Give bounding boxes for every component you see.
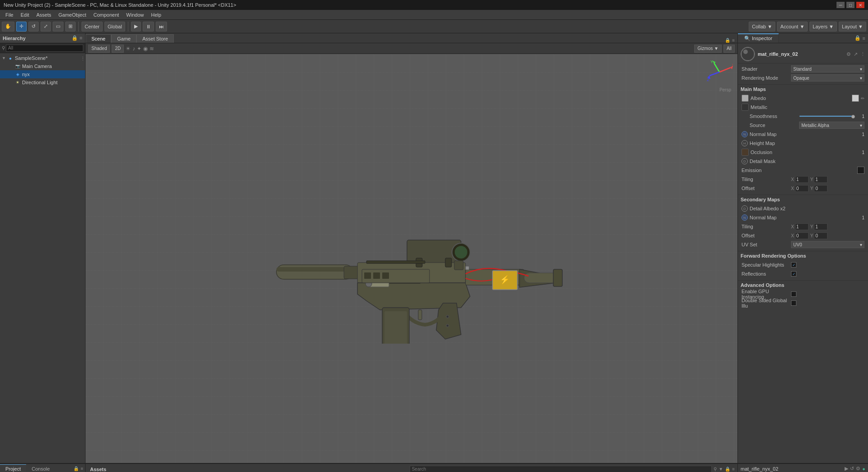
secondary-offset-y-input[interactable] [814, 232, 827, 239]
play-preview-icon[interactable]: ▶ [845, 466, 848, 472]
metallic-row: Metallic [741, 103, 865, 112]
secondary-offset-x-input[interactable] [795, 232, 809, 239]
emission-label: Emission [741, 168, 855, 173]
offset-y-input[interactable] [814, 185, 827, 192]
svg-point-7 [455, 246, 467, 259]
mat-settings-icon[interactable]: ⚙ [846, 51, 851, 57]
mat-more-icon[interactable]: ⋮ [860, 51, 865, 57]
double-sided-checkbox[interactable] [791, 300, 796, 306]
menu-file[interactable]: File [2, 11, 17, 18]
settings-preview-icon[interactable]: ⚙ [856, 466, 860, 472]
metallic-thumb[interactable] [741, 104, 749, 111]
search-icon-assets[interactable]: ⚲ [714, 467, 717, 472]
emission-swatch[interactable] [857, 167, 864, 174]
smoothness-slider[interactable] [799, 115, 854, 117]
layout-dropdown[interactable]: Layout ▼ [839, 22, 866, 32]
scene-tab-assetstore[interactable]: Asset Store [136, 34, 174, 43]
tool-rect[interactable]: ▭ [53, 22, 63, 32]
bottom-menu-icon[interactable]: ≡ [81, 466, 83, 471]
tool-transform[interactable]: ⊞ [65, 22, 76, 32]
source-dropdown[interactable]: Metallic Alpha ▾ [799, 122, 864, 129]
lock-icon-assets[interactable]: 🔒 [725, 467, 730, 472]
tiling-x-input[interactable] [795, 176, 809, 183]
audio-icon[interactable]: ♪ [132, 45, 135, 52]
albedo-color-swatch[interactable] [852, 95, 859, 102]
scene-menu-icon[interactable]: ⋮ [81, 56, 85, 61]
assets-search-input[interactable] [410, 466, 712, 472]
albedo-pencil-icon[interactable]: ✏ [861, 96, 864, 101]
close-button[interactable]: ✕ [856, 2, 864, 8]
refresh-preview-icon[interactable]: ↺ [850, 466, 854, 472]
menu-icon-assets[interactable]: ≡ [732, 467, 735, 472]
play-button[interactable]: ▶ [131, 22, 141, 32]
filter-icon[interactable]: ▼ [719, 467, 723, 472]
inspector-menu-icon[interactable]: ≡ [863, 36, 865, 41]
2d-toggle[interactable]: 2D [112, 45, 124, 53]
tool-scale[interactable]: ⤢ [41, 22, 51, 32]
shader-dropdown[interactable]: Standard ▾ [791, 65, 864, 73]
step-button[interactable]: ⏭ [156, 22, 167, 32]
specular-checkbox[interactable] [791, 262, 796, 268]
console-tab[interactable]: Console [26, 465, 55, 472]
lights-icon[interactable]: ☀ [126, 45, 131, 52]
hierarchy-dirlight[interactable]: ☀ Directional Light [0, 78, 85, 86]
menu-assets[interactable]: Assets [33, 11, 55, 18]
source-row: Source Metallic Alpha ▾ [741, 121, 865, 130]
hierarchy-lock-icon[interactable]: 🔒 [72, 35, 78, 41]
menu-help[interactable]: Help [147, 11, 165, 18]
gpu-instancing-checkbox[interactable] [791, 291, 796, 297]
scene-tab-scene[interactable]: Scene [86, 34, 111, 43]
pause-button[interactable]: ⏸ [143, 22, 154, 32]
all-dropdown[interactable]: All [723, 45, 735, 53]
offset-x-field: X [791, 185, 809, 192]
tiling-y-input[interactable] [814, 176, 827, 183]
albedo-thumb[interactable] [741, 95, 749, 102]
tool-rotate[interactable]: ↺ [28, 22, 39, 32]
fog-icon[interactable]: ≋ [149, 45, 154, 52]
secondary-tiling-y-input[interactable] [814, 223, 827, 230]
inspector-lock-icon[interactable]: 🔒 [854, 35, 861, 41]
eye-preview-icon[interactable]: ● [862, 466, 865, 472]
global-toggle[interactable]: Global [104, 22, 125, 32]
hierarchy-maincamera[interactable]: 📷 Main Camera [0, 62, 85, 70]
minimize-button[interactable]: ─ [836, 2, 845, 8]
hierarchy-menu-icon[interactable]: ≡ [80, 35, 82, 41]
collab-dropdown[interactable]: Collab ▼ [749, 22, 775, 32]
uv-set-row: UV Set UV0 ▾ [741, 240, 865, 249]
display-mode-dropdown[interactable]: Shaded [88, 45, 110, 53]
offset-x-input[interactable] [795, 185, 809, 192]
occlusion-thumb[interactable] [741, 149, 749, 156]
center-toggle[interactable]: Center [81, 22, 103, 32]
hierarchy-scene[interactable]: ▼ ● SampleScene* ⋮ [0, 54, 85, 62]
layers-dropdown[interactable]: Layers ▼ [809, 22, 837, 32]
menu-edit[interactable]: Edit [17, 11, 33, 18]
uv-set-dropdown[interactable]: UV0 ▾ [791, 241, 864, 248]
menu-component[interactable]: Component [90, 11, 122, 18]
scene-tab-game[interactable]: Game [111, 34, 136, 43]
account-dropdown[interactable]: Account ▼ [777, 22, 808, 32]
rendering-mode-dropdown[interactable]: Opaque ▾ [791, 74, 864, 82]
bottom-lock-icon[interactable]: 🔒 [73, 466, 79, 471]
scene-viewport[interactable]: ⚡ [86, 54, 737, 463]
toolbar-right: Collab ▼ Account ▼ Layers ▼ Layout ▼ [749, 22, 866, 32]
fx-icon[interactable]: ✦ [137, 45, 141, 52]
mat-expand-icon[interactable]: ↗ [854, 51, 858, 57]
menu-gameobject[interactable]: GameObject [55, 11, 90, 18]
gizmos-dropdown[interactable]: Gizmos ▼ [694, 45, 722, 53]
tool-hand[interactable]: ✋ [2, 22, 14, 32]
hierarchy-search-input[interactable] [6, 45, 83, 52]
skybox-icon[interactable]: ◉ [143, 45, 148, 52]
hierarchy-nyx[interactable]: ◈ nyx [0, 70, 85, 78]
inspector-tab[interactable]: 🔍 Inspector [738, 33, 779, 43]
menu-window[interactable]: Window [122, 11, 147, 18]
material-info: mat_rifle_nyx_02 [758, 51, 844, 57]
reflections-checkbox[interactable] [791, 271, 796, 277]
svg-rect-10 [418, 310, 422, 320]
maximize-button[interactable]: □ [846, 2, 854, 8]
scene-lock-icon[interactable]: 🔒 [725, 38, 730, 43]
occlusion-value: 1 [855, 150, 864, 155]
tool-move[interactable]: ✛ [16, 22, 27, 32]
secondary-tiling-x-input[interactable] [795, 223, 809, 230]
scene-menu-icon[interactable]: ≡ [732, 38, 735, 43]
project-tab[interactable]: Project [0, 464, 26, 472]
